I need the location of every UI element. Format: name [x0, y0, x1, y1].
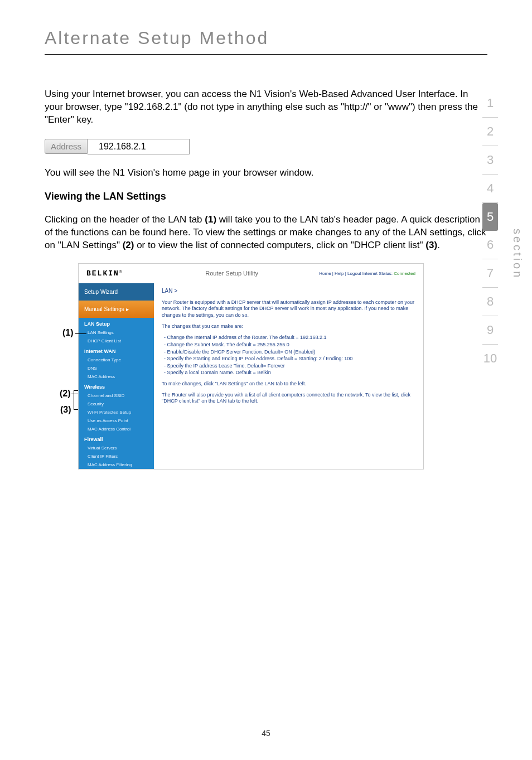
- nav-virtual-servers[interactable]: Virtual Servers: [79, 444, 154, 452]
- sidenav-7[interactable]: 7: [482, 259, 498, 288]
- callout-ref-2: (2): [123, 240, 134, 250]
- nav-section-lan[interactable]: LAN Setup: [79, 318, 154, 328]
- nav-dns[interactable]: DNS: [79, 364, 154, 372]
- manual-settings-button[interactable]: Manual Settings ▸: [79, 301, 154, 318]
- router-screenshot: BELKIN® Router Setup Utility Home | Help…: [78, 263, 424, 469]
- nav-access-point[interactable]: Use as Access Point: [79, 417, 154, 425]
- bullet-1: - Change the Subnet Mask. The default = …: [164, 341, 415, 348]
- manual-settings-label: Manual Settings: [84, 306, 124, 312]
- logo-text: BELKIN: [86, 269, 119, 278]
- setup-wizard-button[interactable]: Setup Wizard: [79, 283, 154, 301]
- chevron-right-icon: ▸: [126, 306, 129, 312]
- section-heading: Viewing the LAN Settings: [45, 191, 487, 202]
- bullet-5: - Specify a local Domain Name. Default =…: [164, 369, 415, 376]
- callout-ref-1: (1): [205, 214, 216, 225]
- page-title: Alternate Setup Method: [0, 0, 532, 54]
- nav-client-ip-filters[interactable]: Client IP Filters: [79, 452, 154, 461]
- page-sidenav: 1 2 3 4 5 6 7 8 9 10: [476, 89, 504, 372]
- nav-section-wireless[interactable]: Wireless: [79, 381, 154, 391]
- section-label: section: [511, 229, 524, 279]
- callout-line-1: [75, 333, 86, 334]
- nav-mac-control[interactable]: MAC Address Control: [79, 425, 154, 433]
- content-p2: The changes that you can make are:: [162, 323, 415, 330]
- router-utility-title: Router Setup Utility: [205, 270, 258, 277]
- section-body-1: Clicking on the header of the LAN tab: [45, 214, 205, 225]
- logo-suffix: ®: [119, 270, 122, 274]
- nav-lan-settings[interactable]: LAN Settings: [79, 328, 154, 337]
- nav-mac-filtering[interactable]: MAC Address Filtering: [79, 461, 154, 469]
- content-p3: To make changes, click "LAN Settings" on…: [162, 381, 415, 388]
- sidenav-5[interactable]: 5: [482, 203, 498, 231]
- sidenav-3[interactable]: 3: [482, 146, 498, 175]
- router-header-links[interactable]: Home | Help | Logout Internet Status: Co…: [319, 271, 415, 276]
- section-body: Clicking on the header of the LAN tab (1…: [45, 214, 487, 252]
- nav-security[interactable]: Security: [79, 400, 154, 408]
- router-body: Setup Wizard Manual Settings ▸ LAN Setup…: [79, 283, 423, 469]
- address-bar: Address 192.168.2.1: [45, 138, 190, 156]
- breadcrumb[interactable]: LAN >: [162, 288, 415, 294]
- header-links-text: Home | Help | Logout Internet Status:: [319, 271, 393, 276]
- content-p1: Your Router is equipped with a DHCP serv…: [162, 299, 415, 319]
- callout-ref-3: (3): [425, 240, 437, 250]
- sidenav-1[interactable]: 1: [482, 89, 498, 118]
- title-underline: [45, 54, 487, 55]
- address-value[interactable]: 192.168.2.1: [88, 139, 190, 154]
- callout-3: (3): [60, 405, 71, 415]
- nav-connection-type[interactable]: Connection Type: [79, 356, 154, 364]
- intro-paragraph: Using your Internet browser, you can acc…: [45, 88, 487, 127]
- section-body-3: or to view the list of connected compute…: [134, 240, 425, 250]
- router-content: LAN > Your Router is equipped with a DHC…: [154, 283, 423, 469]
- nav-mac-address[interactable]: MAC Address: [79, 372, 154, 381]
- nav-section-wan[interactable]: Internet WAN: [79, 345, 154, 356]
- bullet-0: - Change the Internal IP address of the …: [164, 334, 415, 341]
- address-label: Address: [45, 139, 88, 154]
- section-body-4: .: [437, 240, 440, 250]
- content-p4: The Router will also provide you with a …: [162, 392, 415, 405]
- router-nav: Setup Wizard Manual Settings ▸ LAN Setup…: [79, 283, 154, 469]
- nav-dhcp-client-list[interactable]: DHCP Client List: [79, 337, 154, 345]
- nav-section-firewall[interactable]: Firewall: [79, 433, 154, 444]
- sidenav-4[interactable]: 4: [482, 175, 498, 203]
- sidenav-9[interactable]: 9: [482, 316, 498, 345]
- callout-bracket: [74, 390, 78, 410]
- sidenav-6[interactable]: 6: [482, 231, 498, 259]
- router-header: BELKIN® Router Setup Utility Home | Help…: [79, 264, 423, 283]
- bullet-3: - Specify the Starting and Ending IP Poo…: [164, 355, 415, 362]
- bullet-4: - Specify the IP address Lease Time. Def…: [164, 362, 415, 370]
- callout-2: (2): [60, 389, 71, 399]
- callout-1: (1): [62, 328, 74, 338]
- nav-wifi-protected[interactable]: Wi-Fi Protected Setup: [79, 408, 154, 417]
- nav-channel-ssid[interactable]: Channel and SSID: [79, 391, 154, 400]
- status-connected: Connected: [394, 271, 415, 276]
- sidenav-8[interactable]: 8: [482, 288, 498, 316]
- after-address-text: You will see the N1 Vision's home page i…: [45, 167, 487, 180]
- belkin-logo: BELKIN®: [86, 269, 122, 278]
- sidenav-10[interactable]: 10: [482, 345, 498, 372]
- sidenav-2[interactable]: 2: [482, 118, 498, 146]
- bullet-2: - Enable/Disable the DHCP Server Functio…: [164, 348, 415, 356]
- page-number: 45: [262, 729, 270, 738]
